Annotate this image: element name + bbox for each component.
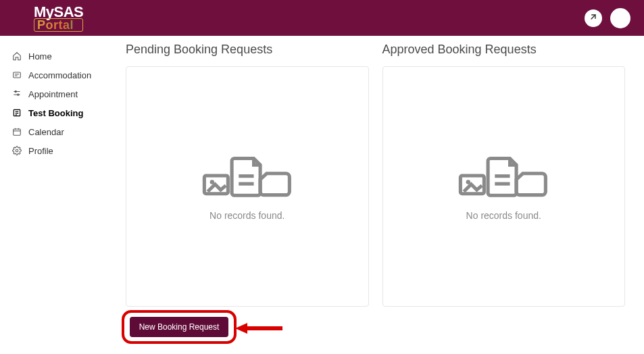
pending-column: Pending Booking Requests: [126, 43, 369, 354]
approved-panel: No records found.: [382, 66, 626, 307]
annotation-highlight: New Booking Request: [122, 310, 237, 344]
logo-text-top: MySAS: [34, 5, 83, 20]
home-icon: [12, 51, 22, 61]
svg-rect-22: [495, 174, 510, 178]
calendar-icon: [12, 127, 22, 136]
annotation-arrow-icon: [235, 322, 282, 338]
app-logo: MySAS Portal: [14, 5, 83, 32]
expand-button[interactable]: [585, 9, 602, 27]
header-right: [585, 8, 630, 28]
svg-rect-11: [14, 129, 21, 135]
sidebar-item-label: Profile: [28, 146, 53, 156]
sliders-icon: [12, 89, 22, 99]
main-content: Pending Booking Requests: [115, 36, 644, 354]
sidebar-item-calendar[interactable]: Calendar: [0, 122, 115, 141]
empty-illustration-icon: [456, 152, 551, 202]
expand-icon: [589, 12, 598, 24]
sidebar-item-label: Home: [28, 51, 52, 61]
svg-rect-18: [239, 174, 253, 178]
sidebar-item-appointment[interactable]: Appointment: [0, 84, 115, 103]
sidebar-item-test-booking[interactable]: Test Booking: [0, 103, 115, 122]
pending-title: Pending Booking Requests: [126, 43, 369, 57]
svg-rect-19: [239, 182, 253, 186]
approved-column: Approved Booking Requests: [382, 43, 626, 354]
svg-marker-25: [235, 323, 247, 334]
user-avatar[interactable]: [610, 8, 630, 28]
sidebar-item-home[interactable]: Home: [0, 47, 115, 66]
logo-text-bottom: Portal: [34, 18, 83, 32]
list-icon: [12, 108, 22, 118]
svg-rect-23: [495, 182, 510, 186]
approved-title: Approved Booking Requests: [382, 43, 626, 57]
empty-illustration-icon: [200, 152, 295, 202]
approved-empty-text: No records found.: [466, 210, 541, 221]
sidebar-item-label: Accommodation: [28, 70, 91, 80]
svg-point-15: [16, 149, 18, 152]
svg-rect-0: [14, 72, 21, 78]
sidebar-item-label: Appointment: [28, 89, 78, 99]
pending-empty-text: No records found.: [209, 210, 284, 221]
sidebar-item-label: Calendar: [28, 127, 64, 137]
sidebar-item-profile[interactable]: Profile: [0, 141, 115, 160]
sidebar-item-accommodation[interactable]: Accommodation: [0, 66, 115, 84]
gear-icon: [12, 146, 22, 155]
sidebar: Home Accommodation Appointment Test Book…: [0, 36, 115, 354]
new-booking-request-button[interactable]: New Booking Request: [130, 317, 229, 337]
app-header: MySAS Portal: [0, 0, 644, 36]
sidebar-item-label: Test Booking: [28, 108, 83, 118]
note-icon: [12, 70, 22, 80]
pending-panel: No records found.: [126, 66, 369, 307]
